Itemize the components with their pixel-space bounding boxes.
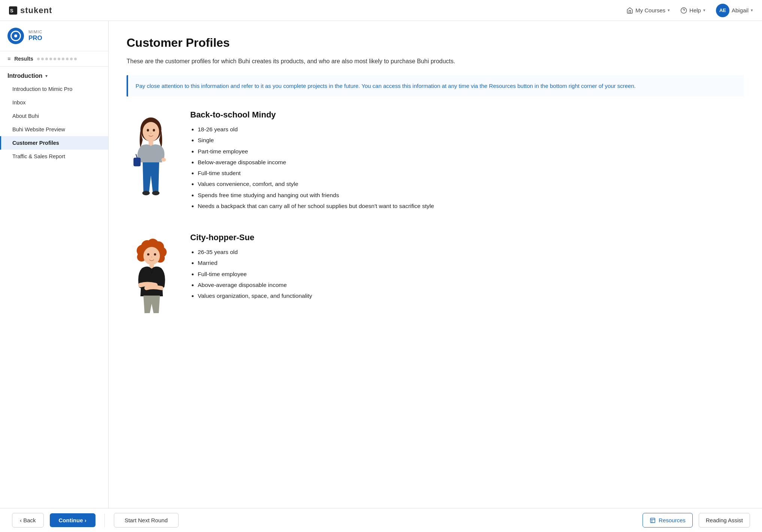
profile-list-sue: 26-35 years old Married Full-time employ…: [190, 248, 744, 300]
svg-point-24: [147, 253, 149, 256]
profile-card-mindy: Back-to-school Mindy 18-26 years old Sin…: [127, 110, 744, 215]
dot-4: [49, 58, 52, 60]
sidebar: MIMIC PRO ≡ Results Introduction ▾: [0, 21, 109, 532]
stukent-logo: S stukent: [9, 6, 52, 15]
profile-details-sue: City-hopper-Sue 26-35 years old Married …: [190, 233, 744, 302]
user-chevron: ▾: [751, 8, 753, 13]
mindy-trait-7: Spends free time studying and hanging ou…: [198, 191, 744, 199]
sidebar-item-buhi-website-preview[interactable]: Buhi Website Preview: [0, 123, 108, 136]
dot-5: [54, 58, 56, 60]
info-text: Pay close attention to this information …: [136, 81, 737, 91]
mindy-trait-6: Values convenience, comfort, and style: [198, 180, 744, 188]
profile-figure-sue: [127, 233, 175, 315]
info-box: Pay close attention to this information …: [127, 75, 744, 97]
mimic-icon: [7, 28, 24, 44]
pro-text: PRO: [28, 34, 42, 42]
help-nav[interactable]: Help ▾: [680, 7, 705, 14]
sidebar-item-intro-to-mimic[interactable]: Introduction to Mimic Pro: [0, 82, 108, 96]
sidebar-item-traffic-sales-report[interactable]: Traffic & Sales Report: [0, 150, 108, 163]
mimic-label: MIMIC PRO: [28, 30, 42, 42]
help-label: Help: [689, 7, 701, 13]
profile-list-mindy: 18-26 years old Single Part-time employe…: [190, 125, 744, 210]
dot-9: [70, 58, 73, 60]
svg-rect-11: [134, 158, 140, 166]
continue-button[interactable]: Continue ›: [50, 513, 95, 527]
bottom-bar: ‹ Back Continue › Start Next Round Resou…: [0, 508, 762, 532]
svg-point-23: [143, 247, 160, 265]
sue-trait-5: Values organization, space, and function…: [198, 291, 744, 300]
intro-chevron: ▾: [45, 73, 48, 79]
intro-section-header[interactable]: Introduction ▾: [0, 67, 108, 82]
sidebar-item-inbox[interactable]: Inbox: [0, 96, 108, 109]
page-subtitle: These are the customer profiles for whic…: [127, 56, 744, 66]
resources-button[interactable]: Resources: [643, 513, 693, 528]
help-chevron: ▾: [703, 8, 705, 13]
sue-trait-3: Full-time employee: [198, 270, 744, 278]
svg-point-8: [150, 133, 152, 134]
results-label: Results: [14, 56, 33, 62]
sue-illustration: [128, 233, 173, 315]
sue-trait-4: Above-average disposable income: [198, 281, 744, 289]
avatar: AE: [716, 4, 729, 17]
dot-6: [58, 58, 60, 60]
svg-text:S: S: [10, 8, 14, 13]
dot-10: [74, 58, 77, 60]
dot-2: [41, 58, 44, 60]
svg-point-7: [153, 129, 155, 132]
user-name: Abigail: [732, 7, 749, 13]
top-navigation: S stukent My Courses ▾ Help ▾ AE Abigail…: [0, 0, 762, 21]
bottom-divider: [104, 514, 105, 527]
profile-name-sue: City-hopper-Sue: [190, 233, 744, 242]
svg-point-26: [151, 257, 152, 258]
svg-point-25: [154, 253, 156, 256]
page-title: Customer Profiles: [127, 36, 744, 50]
svg-point-13: [161, 158, 166, 162]
main-content: Customer Profiles These are the customer…: [109, 21, 762, 532]
profile-details-mindy: Back-to-school Mindy 18-26 years old Sin…: [190, 110, 744, 213]
dot-1: [37, 58, 40, 60]
results-icon: ≡: [7, 56, 10, 62]
svg-point-15: [152, 191, 160, 195]
my-courses-nav[interactable]: My Courses ▾: [626, 7, 670, 14]
reading-assist-button[interactable]: Reading Assist: [699, 513, 750, 528]
mindy-trait-5: Full-time student: [198, 169, 744, 177]
profile-name-mindy: Back-to-school Mindy: [190, 110, 744, 120]
my-courses-label: My Courses: [635, 7, 665, 13]
profile-card-sue: City-hopper-Sue 26-35 years old Married …: [127, 233, 744, 315]
dot-7: [62, 58, 64, 60]
mindy-trait-1: 18-26 years old: [198, 125, 744, 134]
back-button[interactable]: ‹ Back: [12, 513, 44, 528]
sidebar-item-about-buhi[interactable]: About Buhi: [0, 109, 108, 123]
svg-point-6: [147, 129, 149, 132]
help-icon: [680, 7, 687, 14]
sidebar-brand: MIMIC PRO: [0, 21, 108, 51]
svg-line-12: [136, 154, 137, 158]
intro-section-title: Introduction: [7, 73, 42, 79]
sidebar-nav-list: Introduction to Mimic Pro Inbox About Bu…: [0, 82, 108, 163]
dot-8: [66, 58, 69, 60]
mindy-trait-3: Part-time employee: [198, 147, 744, 156]
results-bar: ≡ Results: [0, 51, 108, 67]
mindy-trait-4: Below-average disposable income: [198, 158, 744, 166]
results-dots: [37, 58, 77, 60]
profile-figure-mindy: [127, 110, 175, 215]
svg-point-5: [143, 122, 159, 141]
svg-point-14: [142, 191, 150, 195]
courses-chevron: ▾: [668, 8, 670, 13]
sidebar-item-customer-profiles[interactable]: Customer Profiles: [0, 136, 108, 150]
user-menu[interactable]: AE Abigail ▾: [716, 4, 753, 17]
logo-area: S stukent: [9, 6, 52, 15]
sue-trait-2: Married: [198, 259, 744, 267]
mindy-trait-8: Needs a backpack that can carry all of h…: [198, 202, 744, 210]
mindy-trait-2: Single: [198, 136, 744, 144]
sue-trait-1: 26-35 years old: [198, 248, 744, 256]
courses-icon: [626, 7, 633, 14]
resources-icon: [650, 517, 656, 523]
mimic-icon-inner: [10, 31, 21, 41]
page-layout: MIMIC PRO ≡ Results Introduction ▾: [0, 0, 762, 532]
mindy-illustration: [128, 110, 173, 215]
mimic-text: MIMIC: [28, 30, 42, 34]
svg-rect-28: [650, 518, 655, 523]
start-next-round-button[interactable]: Start Next Round: [114, 513, 179, 528]
mimic-dot: [14, 34, 17, 37]
